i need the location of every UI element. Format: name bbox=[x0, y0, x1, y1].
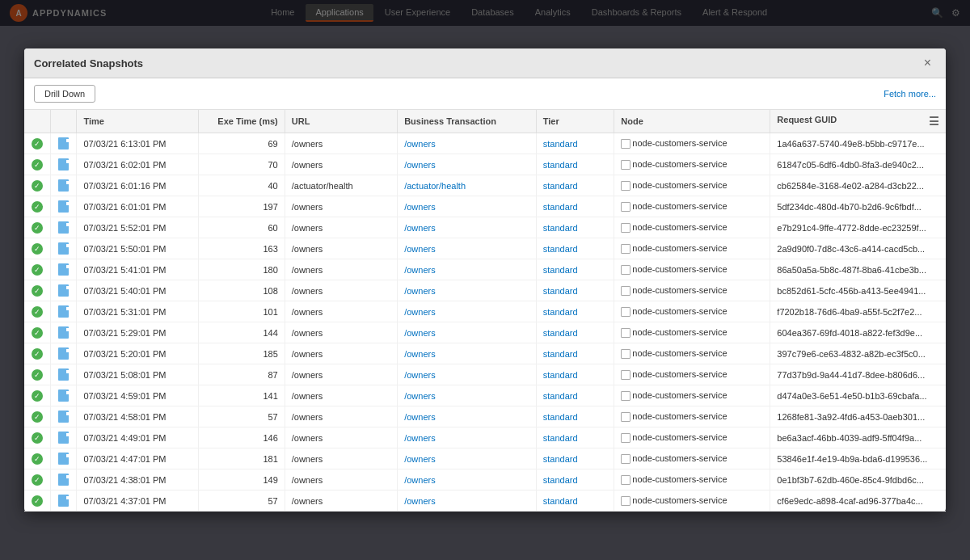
modal-overlay: Correlated Snapshots × Drill Down Fetch … bbox=[0, 0, 970, 26]
